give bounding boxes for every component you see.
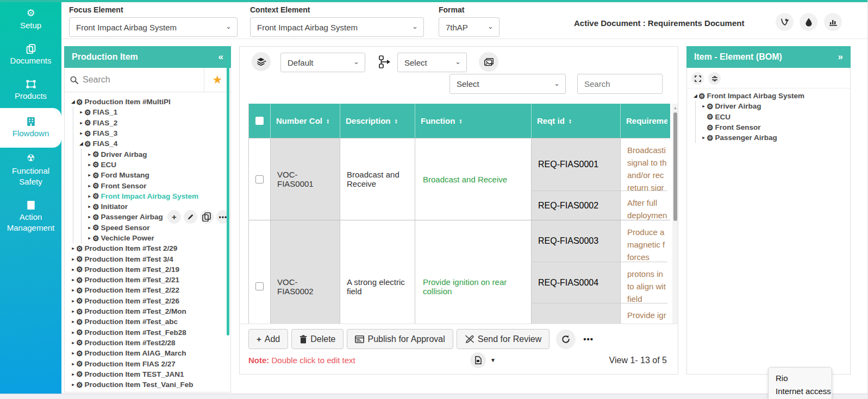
tree-node[interactable]: ▸⚙Production Item #Test_2/21 bbox=[70, 275, 229, 285]
compress-icon[interactable] bbox=[708, 72, 721, 85]
mapping-select[interactable]: Select ⌄ bbox=[397, 53, 467, 72]
tree-node[interactable]: ▸⚙Production Item #Test_2/22 bbox=[70, 285, 229, 295]
table-scrollbar[interactable]: ▲ bbox=[672, 104, 678, 324]
tree-node[interactable]: ▸⚙Production Item #Test 3/4 bbox=[70, 254, 229, 264]
function-cell[interactable]: Broadcast and Receive bbox=[415, 138, 532, 220]
sidebar-item-action-management[interactable]: Action Management bbox=[0, 194, 61, 240]
description-cell[interactable]: Broadcast and Receive bbox=[340, 138, 415, 220]
more-actions-icon[interactable]: ••• bbox=[583, 334, 594, 344]
collapse-panel-icon[interactable]: « bbox=[218, 52, 223, 62]
reqt-id-cell[interactable]: REQ-FIAS0003 bbox=[532, 220, 621, 262]
tree-node[interactable]: ▸⚙ECU bbox=[86, 160, 229, 170]
tree-node-label[interactable]: Production Item #Test2/28 bbox=[85, 339, 176, 347]
expand-node-icon[interactable]: ▸ bbox=[70, 319, 76, 324]
tree-node[interactable]: ▸⚙Production Item #Test_Feb28 bbox=[70, 327, 229, 338]
export-file-icon[interactable] bbox=[470, 352, 486, 368]
expand-node-icon[interactable]: ▸ bbox=[70, 372, 76, 377]
expand-node-icon[interactable]: ▸ bbox=[86, 173, 92, 178]
scroll-up-icon[interactable]: ▲ bbox=[673, 106, 677, 110]
tree-node[interactable]: ▸⚙Passenger Airbag bbox=[701, 132, 849, 143]
tree-node[interactable]: ▸⚙Speed Sensor bbox=[86, 223, 229, 233]
tree-node-label[interactable]: Vechicle Power bbox=[101, 234, 154, 242]
expand-node-icon[interactable]: ▸ bbox=[70, 309, 76, 314]
sort-icon[interactable]: ▲▼ bbox=[459, 118, 462, 124]
tree-node[interactable]: ▸⚙Production Item #Test_abc bbox=[70, 316, 229, 327]
tree-node-label[interactable]: Production Item TEST_JAN1 bbox=[85, 370, 184, 378]
tree-node-label[interactable]: Passenger Airbag bbox=[715, 134, 777, 142]
expand-node-icon[interactable]: ▸ bbox=[70, 351, 76, 356]
reqt-id-cell[interactable]: REQ-FIAS0001 bbox=[532, 138, 621, 191]
tree-node-label[interactable]: Speed Sensor bbox=[101, 224, 150, 232]
tree-node[interactable]: ▸⚙Driver Airbag bbox=[86, 149, 229, 159]
expand-node-icon[interactable]: ▸ bbox=[86, 214, 92, 219]
tree-node-label[interactable]: Production Item #Test_Feb28 bbox=[85, 328, 186, 337]
tree-node[interactable]: ▸⚙Production Item AIAG_March bbox=[70, 348, 229, 358]
tree-node-label[interactable]: Driver Airbag bbox=[715, 102, 761, 110]
tree-node[interactable]: ▸⚙FIAS_3 bbox=[78, 128, 229, 138]
scrollbar-thumb[interactable] bbox=[673, 112, 677, 221]
expand-node-icon[interactable]: ▸ bbox=[78, 110, 84, 115]
images-icon[interactable] bbox=[479, 52, 498, 72]
layers-icon[interactable] bbox=[252, 52, 271, 71]
expand-node-icon[interactable]: ▸ bbox=[70, 288, 76, 293]
row-checkbox[interactable] bbox=[249, 138, 271, 220]
tree-scrollbar[interactable] bbox=[227, 53, 229, 335]
collapse-node-icon[interactable]: ◢ bbox=[70, 99, 76, 104]
reqt-id-cell[interactable]: REQ-FIAS0004 bbox=[532, 262, 621, 303]
expand-node-icon[interactable]: ▸ bbox=[70, 277, 76, 282]
expand-node-icon[interactable]: ▸ bbox=[70, 330, 76, 335]
sort-icon[interactable]: ▲▼ bbox=[569, 118, 572, 124]
tree-node-label[interactable]: FIAS_1 bbox=[93, 108, 118, 116]
tree-node-label[interactable]: Production Item FIAS 2/27 bbox=[85, 360, 176, 368]
tree-node-label[interactable]: Production Item AIAG_March bbox=[85, 349, 186, 357]
droplet-icon[interactable] bbox=[800, 13, 817, 31]
tree-node[interactable]: ▸⚙FIAS_2 bbox=[78, 118, 229, 128]
tree-node-label[interactable]: Production Item #Test_2/Mon bbox=[85, 307, 186, 315]
tree-node[interactable]: ⚙ECU bbox=[701, 112, 849, 122]
tree-node[interactable]: ▸⚙Production Item TEST_JAN1 bbox=[70, 369, 229, 379]
number-cell[interactable]: VOC-FIAS0001 bbox=[271, 138, 340, 220]
tree-node[interactable]: ◢⚙Production Item #MultiPI bbox=[70, 97, 229, 107]
requirement-text-cell[interactable]: Produce amagnetic fforces bbox=[621, 220, 667, 262]
tree-node[interactable]: ▸⚙Front Impact Airbag System bbox=[86, 191, 229, 201]
tree-node[interactable]: ⚙Front Sensor bbox=[701, 122, 849, 132]
expand-node-icon[interactable]: ▸ bbox=[70, 340, 76, 345]
select-all-checkbox[interactable] bbox=[249, 104, 271, 138]
expand-node-icon[interactable]: ▸ bbox=[86, 225, 92, 230]
tree-node-label[interactable]: Production Item #Test 2/29 bbox=[85, 244, 178, 252]
tree-node-label[interactable]: FIAS_4 bbox=[93, 140, 118, 148]
tree-node-label[interactable]: Production Item #MultiPI bbox=[85, 98, 171, 106]
focus-element-select[interactable]: Front Impact Airbag System ⌄ bbox=[69, 17, 238, 37]
sort-icon[interactable]: ▲▼ bbox=[326, 118, 329, 124]
publish-for-approval-button[interactable]: Publish for Approval bbox=[347, 329, 453, 349]
requirement-text-cell[interactable]: After fulldeploymen bbox=[621, 191, 667, 220]
tree-node-label[interactable]: Production Item #Test_2/26 bbox=[85, 297, 180, 305]
tree-node-label[interactable]: FIAS_3 bbox=[93, 129, 118, 137]
requirement-text-cell[interactable]: protons into align witfield bbox=[621, 262, 667, 303]
view-select[interactable]: Default ⌄ bbox=[280, 53, 365, 72]
expand-node-icon[interactable]: ▸ bbox=[701, 135, 707, 140]
reqt-id-cell[interactable]: REQ-FIAS0005 bbox=[532, 303, 621, 324]
tree-node-label[interactable]: Front Impact Airbag System bbox=[101, 192, 199, 200]
requirement-text-cell[interactable]: Provide igrcollisi bbox=[621, 303, 667, 324]
tree-node[interactable]: ▸⚙Front Sensor bbox=[86, 180, 229, 191]
column-header-reqt-id[interactable]: Reqt id▲▼ bbox=[532, 104, 621, 138]
sidebar-item-functional-safety[interactable]: ☢Functional Safety bbox=[0, 148, 61, 194]
tree-node[interactable]: ◢⚙Front Impact Airbag System bbox=[692, 91, 849, 101]
expand-node-icon[interactable]: ▸ bbox=[70, 362, 76, 366]
sidebar-item-flowdown[interactable]: Flowdown bbox=[0, 108, 61, 148]
tree-node-label[interactable]: Production Item #Test_abc bbox=[85, 318, 178, 326]
column-header-function[interactable]: Function▲▼ bbox=[415, 104, 532, 138]
add-button[interactable]: +Add bbox=[248, 329, 288, 349]
grid-search-input[interactable] bbox=[584, 79, 655, 88]
filter-select[interactable]: Select ⌄ bbox=[449, 74, 566, 94]
expand-node-icon[interactable]: ▸ bbox=[701, 104, 707, 109]
tree-node-label[interactable]: Production Item #Test_2/19 bbox=[85, 265, 180, 274]
collapse-node-icon[interactable]: ◢ bbox=[692, 93, 698, 98]
vine-branch-icon[interactable] bbox=[776, 13, 794, 31]
tree-node[interactable]: ▸⚙Ford Mustang bbox=[86, 170, 229, 180]
bar-chart-icon[interactable] bbox=[824, 13, 842, 31]
tree-node-label[interactable]: Production Item #Test_2/21 bbox=[85, 276, 180, 284]
tree-node[interactable]: ▸⚙Production Item #Test_2/Mon bbox=[70, 306, 229, 316]
expand-node-icon[interactable]: ▸ bbox=[70, 257, 76, 262]
